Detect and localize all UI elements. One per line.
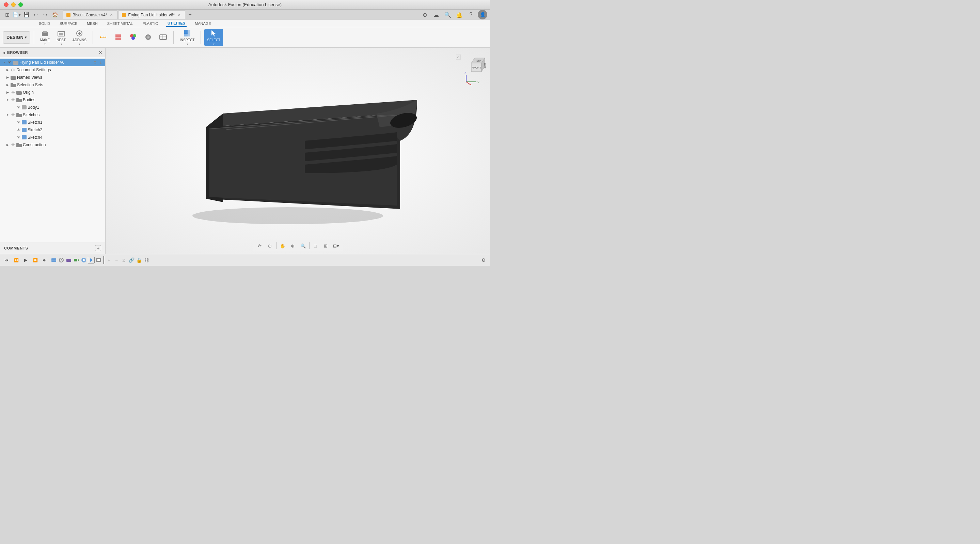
home-icon[interactable]: 🏠	[50, 10, 59, 19]
tl-icon-link[interactable]: 🔗	[128, 257, 135, 263]
tree-construction[interactable]: ▶ 👁 Construction	[0, 141, 105, 148]
tl-icon-3[interactable]	[65, 257, 72, 263]
body1-eye-icon[interactable]: 👁	[16, 105, 21, 110]
visual-style-button[interactable]: ⊟▾	[332, 242, 340, 250]
tl-icon-6[interactable]	[88, 257, 95, 263]
tab-biscuit-coaster[interactable]: Biscuit Coaster v4* ✕	[63, 10, 118, 19]
named-views-toggle[interactable]: ▶	[5, 75, 10, 80]
display-button[interactable]	[156, 29, 170, 46]
browser-collapse-icon[interactable]: ◂	[3, 50, 5, 55]
tab-mesh[interactable]: MESH	[86, 20, 99, 27]
help-icon[interactable]: ?	[466, 10, 476, 19]
zoom-button[interactable]: 🔍	[299, 242, 307, 250]
notification-icon[interactable]: 🔔	[455, 10, 464, 19]
browser-close-icon[interactable]: ✕	[99, 50, 102, 55]
construction-eye-icon[interactable]: 👁	[11, 142, 15, 147]
tree-origin[interactable]: ▶ 👁 Origin	[0, 89, 105, 96]
pan-button[interactable]: ✋	[278, 242, 287, 250]
tree-sketch1[interactable]: ▶ 👁 Sketch1	[0, 119, 105, 126]
sketch1-eye-icon[interactable]: 👁	[16, 120, 21, 125]
tab-sheet-metal[interactable]: SHEET METAL	[106, 20, 134, 27]
timeline-next-button[interactable]: ⏩	[31, 256, 39, 264]
tab-solid[interactable]: SOLID	[37, 20, 51, 27]
add-tab-button[interactable]: +	[186, 11, 194, 19]
tree-body1[interactable]: ▶ 👁 Body1	[0, 104, 105, 111]
tl-icon-lock[interactable]: 🔒	[135, 257, 142, 263]
select-button[interactable]: SELECT ▾	[204, 29, 223, 46]
root-toggle[interactable]: ▾	[2, 60, 6, 64]
design-button[interactable]: DESIGN ▾	[3, 31, 30, 44]
tree-sketch2[interactable]: ▶ 👁 Sketch2	[0, 126, 105, 134]
profile-icon[interactable]: ⊕	[420, 10, 430, 19]
tree-root[interactable]: ▾ 👁 Frying Pan Lid Holder v6 ⚙ ℹ	[0, 59, 105, 66]
timeline-settings-icon[interactable]: ⚙	[480, 256, 487, 264]
tree-named-views[interactable]: ▶ Named Views	[0, 73, 105, 81]
material-button[interactable]	[141, 29, 155, 46]
make-button[interactable]: MAKE ▾	[37, 29, 52, 46]
origin-eye-icon[interactable]: 👁	[11, 90, 15, 95]
doc-settings-toggle[interactable]: ▶	[5, 68, 10, 72]
timeline-end-button[interactable]: ⏭	[41, 256, 48, 264]
save-icon[interactable]: 💾	[22, 10, 31, 19]
tl-icon-4[interactable]	[73, 257, 80, 263]
orbit-button[interactable]: ⟳	[256, 242, 264, 250]
color-button[interactable]	[126, 29, 140, 46]
tab-surface[interactable]: SURFACE	[58, 20, 79, 27]
zoom-fit-button[interactable]: ⊕	[289, 242, 297, 250]
close-button[interactable]	[4, 2, 8, 7]
add-ins-button[interactable]: ADD-INS ▾	[70, 29, 89, 46]
undo-icon[interactable]: ↩	[31, 10, 40, 19]
tab1-close[interactable]: ✕	[109, 13, 114, 18]
tab2-close[interactable]: ✕	[177, 13, 181, 18]
selection-sets-toggle[interactable]: ▶	[5, 83, 10, 87]
sketches-toggle[interactable]: ▾	[5, 113, 10, 117]
tl-icon-ext[interactable]: ⧖	[121, 257, 127, 263]
view-cube[interactable]: ⌂ TOP FRONT LEFT	[456, 54, 483, 82]
cloud-icon[interactable]: ☁	[431, 10, 441, 19]
inspect-button[interactable]: INSPECT ▾	[177, 29, 197, 46]
tree-sketches[interactable]: ▾ 👁 Sketches	[0, 111, 105, 119]
look-at-button[interactable]: ⊙	[266, 242, 274, 250]
root-eye-icon[interactable]: 👁	[7, 60, 12, 65]
tab-frying-pan-lid[interactable]: Frying Pan Lid Holder v6* ✕	[118, 10, 185, 19]
sketch4-eye-icon[interactable]: 👁	[16, 135, 21, 140]
minimize-button[interactable]	[11, 2, 16, 7]
root-info-icon[interactable]: ℹ	[99, 60, 103, 65]
tab-utilities[interactable]: UTILITIES	[166, 20, 186, 27]
tab-plastic[interactable]: PLASTIC	[141, 20, 159, 27]
redo-icon[interactable]: ↪	[41, 10, 50, 19]
bodies-eye-icon[interactable]: 👁	[11, 97, 15, 102]
tl-icon-7[interactable]	[95, 257, 102, 263]
tl-icon-break[interactable]: ⛓	[143, 257, 150, 263]
tree-selection-sets[interactable]: ▶ Selection Sets	[0, 81, 105, 89]
timeline-prev-button[interactable]: ⏪	[12, 256, 20, 264]
tab-manage[interactable]: MANAGE	[193, 20, 213, 27]
file-menu-icon[interactable]: 📄▾	[12, 10, 21, 19]
tree-bodies[interactable]: ▾ 👁 Bodies	[0, 96, 105, 104]
comments-add-button[interactable]: +	[95, 245, 101, 251]
construction-toggle[interactable]: ▶	[5, 143, 10, 147]
tree-doc-settings[interactable]: ▶ ⚙ Document Settings	[0, 66, 105, 73]
origin-toggle[interactable]: ▶	[5, 90, 10, 94]
tree-sketch4[interactable]: ▶ 👁 Sketch4	[0, 134, 105, 141]
tl-icon-5[interactable]	[80, 257, 87, 263]
user-icon[interactable]: 👤	[478, 10, 487, 19]
maximize-button[interactable]	[18, 2, 23, 7]
viewport[interactable]: ⌂ TOP FRONT LEFT	[105, 48, 490, 254]
timeline-play-button[interactable]: ▶	[22, 256, 29, 264]
root-settings-icon[interactable]: ⚙	[92, 60, 97, 65]
measure-button[interactable]	[96, 29, 110, 46]
nest-button[interactable]: NEST ▾	[54, 29, 68, 46]
grid-button[interactable]: ⊞	[322, 242, 330, 250]
app-menu-icon[interactable]: ⊞	[3, 10, 11, 19]
sketch2-eye-icon[interactable]: 👁	[16, 128, 21, 132]
search-icon[interactable]: 🔍	[443, 10, 453, 19]
tl-icon-2[interactable]	[58, 257, 65, 263]
timeline-start-button[interactable]: ⏮	[3, 256, 10, 264]
tl-icon-1[interactable]	[50, 257, 57, 263]
comments-panel[interactable]: COMMENTS +	[0, 242, 105, 254]
tl-icon-sub[interactable]: −	[113, 257, 120, 263]
sketches-eye-icon[interactable]: 👁	[11, 112, 15, 117]
display-mode-button[interactable]: □	[312, 242, 320, 250]
tl-icon-add[interactable]: +	[105, 257, 112, 263]
